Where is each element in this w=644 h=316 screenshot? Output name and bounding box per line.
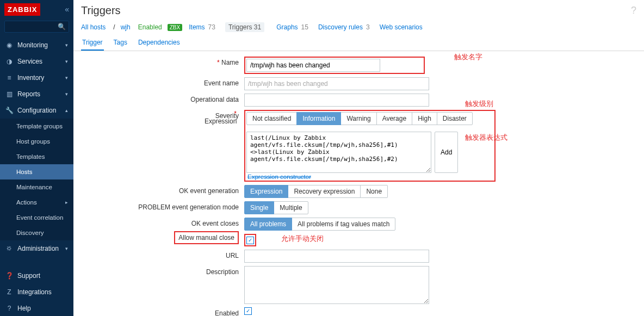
sidebar-item-host-groups[interactable]: Host groups bbox=[0, 134, 73, 149]
event-name-input[interactable] bbox=[244, 77, 429, 90]
bc-graphs[interactable]: Graphs bbox=[276, 23, 298, 31]
bc-all-hosts[interactable]: All hosts bbox=[81, 23, 106, 31]
chevron-down-icon: ▾ bbox=[65, 91, 68, 97]
sidebar-item-services[interactable]: ◑Services▾ bbox=[0, 53, 73, 70]
sidebar-item-actions[interactable]: Actions▸ bbox=[0, 195, 73, 210]
url-input[interactable] bbox=[244, 250, 429, 263]
severity-group: Not classified Information Warning Avera… bbox=[246, 112, 473, 125]
chevron-down-icon: ▾ bbox=[65, 59, 68, 64]
anno-name: 触发名字 bbox=[454, 52, 482, 62]
severity-disaster[interactable]: Disaster bbox=[437, 112, 473, 125]
name-input[interactable] bbox=[246, 59, 380, 72]
sidebar-item-support[interactable]: ❓Support bbox=[0, 268, 73, 284]
severity-information[interactable]: Information bbox=[296, 112, 341, 125]
sidebar-item-hosts[interactable]: Hosts bbox=[0, 164, 73, 179]
tab-tags[interactable]: Tags bbox=[113, 35, 128, 51]
eye-icon: ◉ bbox=[5, 41, 13, 49]
sidebar-item-event-correlation[interactable]: Event correlation bbox=[0, 210, 73, 225]
sidebar-item-label: Administration bbox=[17, 245, 59, 252]
logo[interactable]: ZABBIX bbox=[4, 3, 40, 16]
sidebar-item-help[interactable]: ?Help bbox=[0, 300, 73, 316]
sidebar-item-label: Template groups bbox=[16, 123, 63, 129]
bc-status: Enabled bbox=[138, 23, 162, 31]
chevron-up-icon: ▴ bbox=[65, 108, 68, 113]
label-op-data: Operational data bbox=[81, 94, 244, 103]
sidebar-item-discovery[interactable]: Discovery bbox=[0, 225, 73, 240]
sidebar-item-templates[interactable]: Templates bbox=[0, 149, 73, 164]
sidebar-item-label: Event correlation bbox=[16, 214, 63, 221]
label-ok-gen: OK event generation bbox=[81, 185, 244, 195]
tab-trigger[interactable]: Trigger bbox=[81, 35, 104, 51]
sidebar-item-label: Help bbox=[17, 305, 31, 312]
sidebar-item-label: Services bbox=[17, 58, 42, 65]
ok-gen-expression[interactable]: Expression bbox=[244, 185, 288, 198]
sidebar-item-label: Monitoring bbox=[17, 41, 48, 49]
ok-gen-none[interactable]: None bbox=[360, 185, 388, 198]
bc-items-count: 73 bbox=[208, 23, 215, 31]
label-prob-mode: PROBLEM event generation mode bbox=[81, 201, 244, 211]
gear-icon: ⛭ bbox=[5, 245, 13, 252]
services-icon: ◑ bbox=[5, 58, 13, 65]
search-icon: 🔍 bbox=[58, 23, 66, 30]
support-icon: ❓ bbox=[5, 272, 13, 280]
z-icon: Z bbox=[5, 288, 13, 296]
sidebar-item-template-groups[interactable]: Template groups bbox=[0, 119, 73, 134]
severity-high[interactable]: High bbox=[412, 112, 437, 125]
anno-manual: 允许手动关闭 bbox=[281, 234, 324, 244]
tab-dependencies[interactable]: Dependencies bbox=[137, 35, 181, 51]
severity-average[interactable]: Average bbox=[376, 112, 412, 125]
bc-web[interactable]: Web scenarios bbox=[380, 23, 423, 31]
label-expression: Expression bbox=[205, 110, 237, 125]
label-url: URL bbox=[81, 250, 244, 259]
add-expression-button[interactable]: Add bbox=[435, 132, 458, 173]
label-allow-manual: Allow manual close bbox=[174, 231, 239, 244]
sidebar-item-label: Discovery bbox=[16, 230, 44, 236]
page-title: Triggers bbox=[81, 4, 121, 17]
sidebar-item-monitoring[interactable]: ◉Monitoring▾ bbox=[0, 37, 73, 53]
sidebar-item-administration[interactable]: ⛭Administration▾ bbox=[0, 240, 73, 257]
search-input[interactable]: 🔍 bbox=[4, 21, 69, 33]
allow-manual-checkbox[interactable]: ✓ bbox=[246, 237, 254, 244]
sidebar-item-reports[interactable]: ▥Reports▾ bbox=[0, 86, 73, 102]
expression-constructor-link[interactable]: Expression constructor bbox=[247, 174, 311, 180]
label-enabled: Enabled bbox=[81, 307, 244, 317]
sidebar-item-label: Host groups bbox=[16, 138, 50, 145]
sidebar-item-label: Reports bbox=[17, 90, 40, 98]
description-textarea[interactable] bbox=[244, 266, 429, 304]
op-data-input[interactable] bbox=[244, 94, 429, 107]
wrench-icon: 🔧 bbox=[5, 107, 13, 114]
sidebar-item-maintenance[interactable]: Maintenance bbox=[0, 179, 73, 195]
label-ok-closes: OK event closes bbox=[81, 218, 244, 227]
bc-host[interactable]: wjh bbox=[121, 23, 131, 31]
prob-mode-single[interactable]: Single bbox=[244, 201, 274, 214]
chart-icon: ▥ bbox=[5, 90, 13, 98]
prob-mode-multiple[interactable]: Multiple bbox=[274, 201, 308, 214]
sidebar-item-configuration[interactable]: 🔧Configuration▴ bbox=[0, 102, 73, 119]
ok-gen-recovery[interactable]: Recovery expression bbox=[288, 185, 361, 198]
sidebar-item-inventory[interactable]: ≡Inventory▾ bbox=[0, 70, 73, 86]
sidebar-item-label: Inventory bbox=[17, 74, 44, 82]
chevron-down-icon: ▾ bbox=[65, 75, 68, 80]
label-name: Name bbox=[81, 57, 244, 66]
list-icon: ≡ bbox=[5, 74, 13, 82]
bc-disc-count: 3 bbox=[366, 23, 370, 31]
bc-triggers[interactable]: Triggers 31 bbox=[225, 22, 264, 32]
ok-closes-all[interactable]: All problems bbox=[244, 218, 292, 231]
sidebar-item-label: Integrations bbox=[17, 288, 52, 296]
anno-expression: 触发器表达式 bbox=[465, 133, 507, 142]
sidebar-item-label: Templates bbox=[16, 153, 45, 160]
severity-warning[interactable]: Warning bbox=[340, 112, 376, 125]
help-icon[interactable]: ? bbox=[631, 5, 636, 16]
ok-closes-tag[interactable]: All problems if tag values match bbox=[292, 218, 395, 231]
sidebar-item-label: Hosts bbox=[16, 169, 32, 175]
zbx-badge: ZBX bbox=[168, 24, 182, 31]
collapse-icon[interactable]: « bbox=[65, 5, 69, 14]
severity-not-classified[interactable]: Not classified bbox=[246, 112, 297, 125]
sidebar-item-label: Configuration bbox=[17, 107, 56, 114]
sidebar-item-integrations[interactable]: ZIntegrations bbox=[0, 284, 73, 300]
enabled-checkbox[interactable]: ✓ bbox=[244, 307, 252, 315]
bc-discovery[interactable]: Discovery rules bbox=[318, 23, 363, 31]
help-icon: ? bbox=[5, 305, 13, 312]
bc-items[interactable]: Items bbox=[189, 23, 205, 31]
expression-textarea[interactable]: last(/Linux by Zabbix agent/vfs.file.cks… bbox=[246, 132, 431, 173]
